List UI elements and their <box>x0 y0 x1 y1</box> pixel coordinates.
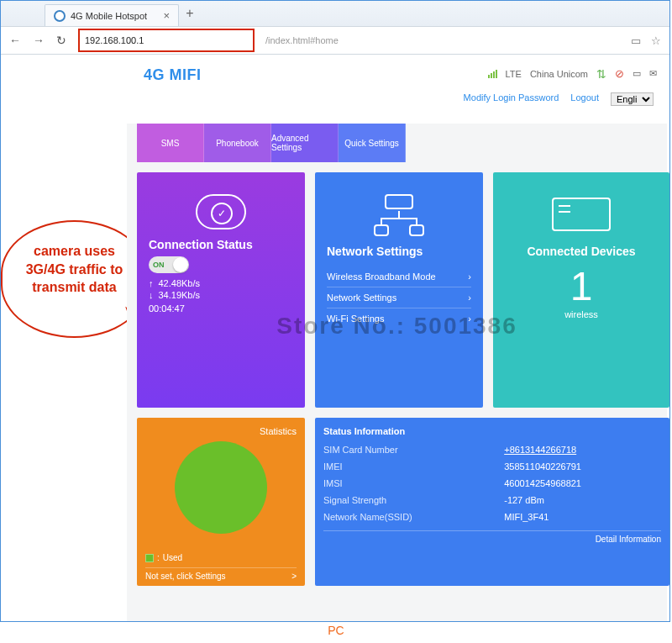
status-table: SIM Card Number+8613144266718 IMEI358511… <box>323 441 661 525</box>
card-network: Network Settings Wireless Broadband Mode… <box>315 172 483 408</box>
detail-info-link[interactable]: Detail Information <box>323 530 661 544</box>
card-status-info: Status Information SIM Card Number+86131… <box>315 418 669 586</box>
menu-phonebook[interactable]: Phonebook <box>204 124 271 162</box>
browser-tab-bar: 4G Mobile Hotspot × + <box>1 1 669 26</box>
connection-title: Connection Status <box>149 238 293 251</box>
caption-pc: PC <box>0 624 672 637</box>
close-icon[interactable]: × <box>163 9 170 22</box>
annotation-bubble: camera uses 3G/4G traffic to transmit da… <box>1 220 148 338</box>
url-host: 192.168.100.1 <box>85 35 144 45</box>
chevron-right-icon: > <box>291 572 297 581</box>
favorite-icon[interactable]: ☆ <box>651 34 661 47</box>
device-icon <box>552 198 611 231</box>
connection-toggle[interactable]: ON <box>149 256 189 273</box>
address-bar[interactable]: 192.168.100.1 <box>78 29 255 52</box>
globe-icon <box>54 10 66 22</box>
device-sub: wireless <box>505 309 658 319</box>
status-bar: LTE China Unicom ⇅ ⊘ ▭ ✉ <box>488 67 657 81</box>
forward-icon[interactable]: → <box>33 34 45 47</box>
pie-chart <box>175 441 267 534</box>
battery-icon: ▭ <box>633 68 641 79</box>
card-connection: Connection Status ON ↑42.48Kb/s ↓34.19Kb… <box>137 172 305 408</box>
modify-password-link[interactable]: Modify Login Password <box>464 92 559 106</box>
table-row: IMEI358511040226791 <box>323 458 661 475</box>
new-tab-button[interactable]: + <box>179 3 201 24</box>
browser-nav-bar: ← → ↻ 192.168.100.1 /index.html#home ▭ ☆ <box>1 26 669 55</box>
link-broadband-mode[interactable]: Wireless Broadband Mode› <box>327 266 471 287</box>
chevron-right-icon: › <box>468 293 471 303</box>
chevron-right-icon: › <box>468 271 471 282</box>
arrow-down-icon: ↓ <box>149 290 154 300</box>
devices-title: Connected Devices <box>505 245 658 258</box>
server-icon <box>374 194 424 236</box>
device-count: 1 <box>505 263 658 309</box>
connection-duration: 00:04:47 <box>149 303 293 314</box>
globe-off-icon: ⊘ <box>615 67 624 80</box>
signal-icon <box>488 70 497 78</box>
card-statistics[interactable]: Statistics :Used Not set, click Settings… <box>137 418 305 586</box>
statistics-title: Statistics <box>145 426 297 436</box>
refresh-icon[interactable]: ↻ <box>56 34 66 47</box>
language-select[interactable]: Engli <box>611 92 654 106</box>
cloud-check-icon <box>196 194 246 229</box>
card-devices[interactable]: Connected Devices 1 wireless <box>493 172 669 408</box>
download-speed: ↓34.19Kb/s <box>149 290 293 300</box>
status-info-title: Status Information <box>323 426 661 436</box>
arrow-up-icon: ↑ <box>149 278 154 288</box>
table-row: Signal Strength-127 dBm <box>323 492 661 509</box>
legend-used: :Used <box>145 553 182 562</box>
logout-link[interactable]: Logout <box>570 92 599 106</box>
menu-sms[interactable]: SMS <box>137 124 204 162</box>
upload-speed: ↑42.48Kb/s <box>149 278 293 288</box>
tab-title: 4G Mobile Hotspot <box>71 11 147 21</box>
reading-icon[interactable]: ▭ <box>631 34 641 47</box>
top-menu: SMS Phonebook Advanced Settings Quick Se… <box>137 124 657 162</box>
url-path: /index.html#home <box>265 35 339 45</box>
back-icon[interactable]: ← <box>9 34 21 47</box>
browser-tab[interactable]: 4G Mobile Hotspot × <box>45 4 179 26</box>
statistics-footer: Not set, click Settings <box>145 572 226 581</box>
table-row: Network Name(SSID)MIFI_3F41 <box>323 509 661 525</box>
network-title: Network Settings <box>327 245 471 258</box>
chevron-right-icon: › <box>468 314 471 324</box>
link-wifi-settings[interactable]: Wi-Fi Settings› <box>327 308 471 329</box>
brand-title: 4G MIFI <box>137 61 202 86</box>
link-network-settings[interactable]: Network Settings› <box>327 287 471 308</box>
menu-advanced[interactable]: Advanced Settings <box>271 124 339 162</box>
table-row: SIM Card Number+8613144266718 <box>323 441 661 458</box>
table-row: IMSI460014254968821 <box>323 475 661 492</box>
menu-quick[interactable]: Quick Settings <box>339 124 406 162</box>
carrier-name: China Unicom <box>530 69 588 79</box>
sms-icon: ✉ <box>649 68 657 79</box>
sim-number[interactable]: +8613144266718 <box>504 441 661 458</box>
network-mode: LTE <box>506 69 522 79</box>
updown-icon: ⇅ <box>596 67 606 81</box>
